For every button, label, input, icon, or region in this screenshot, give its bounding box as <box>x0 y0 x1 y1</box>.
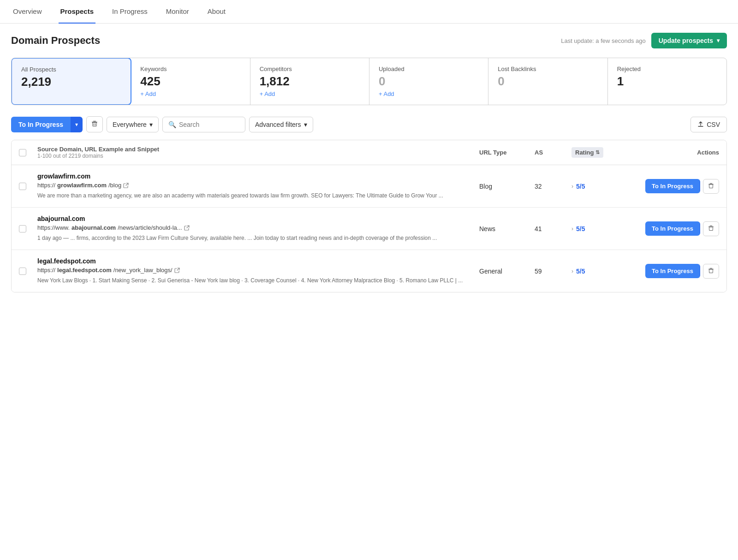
row2-url: https://www.abajournal.com/news/article/… <box>37 224 479 231</box>
nav-item-monitor[interactable]: Monitor <box>164 0 191 24</box>
row2-trash-icon <box>708 225 714 231</box>
row3-url-suffix: /new_york_law_blogs/ <box>113 267 173 274</box>
nav-item-overview[interactable]: Overview <box>11 0 44 24</box>
row3-rating-chevron-icon: › <box>571 268 573 274</box>
update-prospects-button[interactable]: Update prospects ▾ <box>651 33 727 48</box>
row3-checkbox <box>19 268 37 275</box>
stat-label-competitors: Competitors <box>260 66 360 72</box>
table-row: abajournal.com https://www.abajournal.co… <box>12 208 726 250</box>
row2-action-chevron[interactable]: ▾ <box>700 221 700 236</box>
stat-card-all-prospects[interactable]: All Prospects 2,219 <box>11 58 131 105</box>
row1-rating-chevron-icon: › <box>571 183 573 190</box>
table-header: Source Domain, URL Example and Snippet 1… <box>12 140 726 165</box>
stat-value-lost-backlinks: 0 <box>498 74 598 89</box>
row2-rating-value: 5/5 <box>576 225 585 232</box>
nav-item-about[interactable]: About <box>206 0 227 24</box>
row1-trash-icon <box>708 183 714 189</box>
row2-action-button[interactable]: To In Progress <box>645 221 700 236</box>
nav-item-in-progress[interactable]: In Progress <box>110 0 149 24</box>
navigation: Overview Prospects In Progress Monitor A… <box>0 0 738 24</box>
th-rating-container[interactable]: Rating ⇅ <box>571 147 645 158</box>
delete-button[interactable] <box>86 116 103 132</box>
svg-rect-7 <box>710 225 713 226</box>
row2-delete-button[interactable] <box>703 221 719 236</box>
row2-select-checkbox[interactable] <box>19 225 26 232</box>
row1-action-button[interactable]: To In Progress <box>645 179 700 193</box>
row3-action-button[interactable]: To In Progress <box>645 264 700 278</box>
stat-card-keywords[interactable]: Keywords 425 + Add <box>131 58 250 105</box>
stat-cards: All Prospects 2,219 Keywords 425 + Add C… <box>11 58 727 105</box>
action-button-split[interactable]: To In Progress ▾ <box>11 117 83 132</box>
row1-url-suffix: /blog <box>108 182 121 189</box>
location-filter-chevron-icon: ▾ <box>149 121 153 128</box>
search-box[interactable]: 🔍 <box>162 117 245 132</box>
stat-add-competitors[interactable]: + Add <box>260 90 360 97</box>
row1-delete-button[interactable] <box>703 179 719 194</box>
svg-rect-4 <box>708 184 714 184</box>
select-all-checkbox[interactable] <box>19 149 26 156</box>
th-checkbox <box>19 149 37 156</box>
row3-action-split[interactable]: To In Progress ▾ <box>645 264 700 278</box>
trash-icon <box>91 120 98 127</box>
row2-url-type: News <box>479 225 535 232</box>
last-update-label: Last update: a few seconds ago <box>561 37 646 44</box>
stat-card-rejected[interactable]: Rejected 1 <box>608 58 726 105</box>
row1-rating: › 5/5 <box>571 183 645 190</box>
page-title: Domain Prospects <box>11 35 100 47</box>
row2-domain: abajournal.com <box>37 215 479 222</box>
action-button-dropdown[interactable]: ▾ <box>71 117 83 132</box>
row3-select-checkbox[interactable] <box>19 268 26 275</box>
row1-domain: growlawfirm.com <box>37 173 479 180</box>
row1-action-split[interactable]: To In Progress ▾ <box>645 179 700 193</box>
th-rating-label: Rating <box>575 149 594 156</box>
external-link-icon <box>174 268 180 273</box>
stat-label-keywords: Keywords <box>140 66 240 72</box>
stat-value-competitors: 1,812 <box>260 74 360 89</box>
svg-rect-1 <box>93 121 96 121</box>
row1-select-checkbox[interactable] <box>19 183 26 190</box>
advanced-filters-button[interactable]: Advanced filters ▾ <box>249 117 313 132</box>
row3-url-type: General <box>479 268 535 275</box>
nav-item-prospects[interactable]: Prospects <box>59 0 96 24</box>
external-link-icon <box>123 183 129 188</box>
row3-url: https://legal.feedspot.com/new_york_law_… <box>37 267 479 274</box>
row3-source: legal.feedspot.com https://legal.feedspo… <box>37 257 479 285</box>
row2-source: abajournal.com https://www.abajournal.co… <box>37 215 479 242</box>
advanced-filters-chevron-icon: ▾ <box>304 121 307 128</box>
row1-url-type: Blog <box>479 183 535 190</box>
location-filter[interactable]: Everywhere ▾ <box>107 117 159 132</box>
stat-card-lost-backlinks[interactable]: Lost Backlinks 0 <box>488 58 607 105</box>
th-rating[interactable]: Rating ⇅ <box>571 147 603 158</box>
row2-url-prefix: https://www. <box>37 224 70 231</box>
stat-value-rejected: 1 <box>617 74 717 89</box>
row3-action-chevron[interactable]: ▾ <box>700 264 700 278</box>
location-filter-label: Everywhere <box>113 121 147 128</box>
row2-as: 41 <box>535 225 571 232</box>
row2-checkbox <box>19 225 37 232</box>
stat-label-lost-backlinks: Lost Backlinks <box>498 66 598 72</box>
stat-add-uploaded[interactable]: + Add <box>379 90 479 97</box>
row3-url-prefix: https:// <box>37 267 55 274</box>
row3-rating: › 5/5 <box>571 268 645 275</box>
stat-add-keywords[interactable]: + Add <box>140 90 240 97</box>
svg-rect-5 <box>710 183 713 183</box>
table-row: legal.feedspot.com https://legal.feedspo… <box>12 250 726 292</box>
upload-icon <box>697 121 704 128</box>
search-input[interactable] <box>179 121 239 128</box>
stat-card-competitors[interactable]: Competitors 1,812 + Add <box>250 58 369 105</box>
row3-delete-button[interactable] <box>703 264 719 279</box>
stat-card-uploaded[interactable]: Uploaded 0 + Add <box>369 58 488 105</box>
row1-source: growlawfirm.com https://growlawfirm.com/… <box>37 173 479 200</box>
action-button-main[interactable]: To In Progress <box>11 117 71 132</box>
row3-rating-value: 5/5 <box>576 268 585 275</box>
row1-action-chevron[interactable]: ▾ <box>700 179 700 193</box>
prospects-table: Source Domain, URL Example and Snippet 1… <box>11 140 727 292</box>
stat-label-uploaded: Uploaded <box>379 66 479 72</box>
row1-checkbox <box>19 183 37 190</box>
row1-as: 32 <box>535 183 571 190</box>
toolbar: To In Progress ▾ Everywhere ▾ 🔍 Advanced… <box>11 116 727 132</box>
csv-button[interactable]: CSV <box>690 117 727 132</box>
row2-action-split[interactable]: To In Progress ▾ <box>645 221 700 236</box>
update-prospects-label: Update prospects <box>659 37 713 44</box>
row2-rating-chevron-icon: › <box>571 226 573 232</box>
